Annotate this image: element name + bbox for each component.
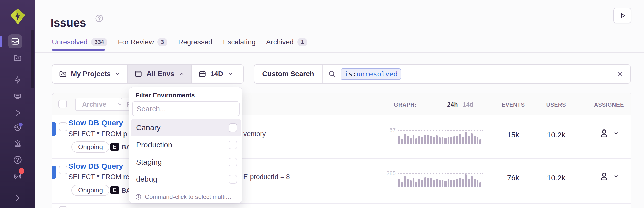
env-option-label: debug <box>136 175 157 184</box>
env-option-checkbox[interactable] <box>229 158 237 166</box>
issues-page: Issues Unresolved 334 For Review 3 Regre… <box>0 0 644 208</box>
env-option-label: Staging <box>136 158 162 166</box>
tab-label: Regressed <box>178 38 212 46</box>
env-option-label: Canary <box>136 123 161 132</box>
app-logo[interactable] <box>0 9 35 24</box>
sidebar-item-monitors[interactable] <box>0 92 35 101</box>
tab-escalating[interactable]: Escalating <box>223 38 256 46</box>
row-checkbox[interactable] <box>59 166 67 174</box>
sidebar-item-history[interactable] <box>0 123 35 132</box>
search-token-is-unresolved[interactable]: is: unresolved <box>341 68 401 80</box>
search-icon <box>328 70 336 78</box>
users-count: 10.2k <box>538 131 574 139</box>
row-checkbox[interactable] <box>59 206 67 208</box>
sidebar-expand-button[interactable] <box>0 194 35 202</box>
chevron-right-icon <box>13 194 22 202</box>
projects-filter-button[interactable]: My Projects <box>52 65 127 83</box>
sidebar-item-alerts[interactable] <box>0 76 35 84</box>
calendar-icon <box>198 70 206 78</box>
issue-search-bar: Custom Search is: unresolved <box>254 64 631 84</box>
token-value: unresolved <box>357 70 398 78</box>
chevron-down-icon <box>613 131 619 136</box>
archive-button-label: Archive <box>76 100 113 108</box>
info-icon <box>135 194 142 200</box>
tab-label: Archived <box>266 38 294 46</box>
dropdown-title: Filter Environments <box>136 92 195 99</box>
column-graph: GRAPH: <box>394 101 416 108</box>
events-sparkline <box>398 131 483 144</box>
history-notification-dot <box>19 123 23 127</box>
date-range-filter-button[interactable]: 14D <box>192 65 240 83</box>
environment-options: Canary Production Staging debug <box>131 119 241 188</box>
env-option-staging[interactable]: Staging <box>131 153 241 171</box>
tab-label: Escalating <box>223 38 256 46</box>
title-help-icon[interactable] <box>95 14 104 23</box>
graph-period-24h[interactable]: 24h <box>447 101 458 108</box>
column-events: EVENTS <box>493 101 533 108</box>
issue-title-link[interactable]: Slow DB Query <box>68 119 123 127</box>
env-option-checkbox[interactable] <box>229 141 237 149</box>
status-badge[interactable]: Ongoing <box>71 141 109 153</box>
tab-archived[interactable]: Archived 1 <box>266 38 307 46</box>
projects-folder-icon <box>13 54 22 62</box>
environments-filter-button[interactable]: All Envs <box>127 65 191 83</box>
sparkline-peak-label: 285 <box>377 170 396 177</box>
page-title: Issues <box>51 16 86 30</box>
assignee-dropdown[interactable] <box>599 128 619 139</box>
environment-search-input[interactable] <box>132 101 240 116</box>
lightning-icon <box>13 76 22 84</box>
sidebar-item-projects[interactable] <box>0 54 35 62</box>
broadcast-notification-dot <box>19 168 24 174</box>
sidebar-item-help[interactable] <box>0 155 35 165</box>
chevron-down-icon <box>613 174 619 179</box>
tab-regressed[interactable]: Regressed <box>178 38 212 46</box>
date-range-label: 14D <box>210 70 223 78</box>
select-all-checkbox[interactable] <box>58 100 67 108</box>
footer-hint-text: Command-click to select multi… <box>145 193 232 200</box>
dropdown-footer-hint: Command-click to select multi… <box>129 190 242 203</box>
project-platform-icon: E <box>110 186 119 194</box>
tab-for-review[interactable]: For Review 3 <box>118 38 167 46</box>
logo-icon <box>10 9 26 24</box>
env-option-checkbox[interactable] <box>229 123 237 132</box>
issue-culprit: SELECT * FROM p <box>68 130 130 138</box>
issue-culprit-continued: E productId = 8 <box>243 173 290 181</box>
clear-search-icon[interactable] <box>616 70 624 78</box>
replay-tour-button[interactable] <box>613 8 631 23</box>
events-count: 15k <box>493 131 533 139</box>
graph-period-14d[interactable]: 14d <box>463 101 473 108</box>
users-count: 10.2k <box>538 174 574 182</box>
env-option-label: Production <box>136 141 172 149</box>
env-option-production[interactable]: Production <box>131 136 241 153</box>
env-option-canary[interactable]: Canary <box>131 119 241 136</box>
assignee-person-icon <box>599 171 609 182</box>
issue-level-indicator <box>52 122 56 136</box>
search-input[interactable]: is: unresolved <box>323 65 630 83</box>
play-outline-icon <box>13 109 22 117</box>
tab-unresolved[interactable]: Unresolved 334 <box>52 38 107 46</box>
sidebar-item-replays[interactable] <box>0 109 35 117</box>
assignee-dropdown[interactable] <box>599 171 619 182</box>
env-option-debug[interactable]: debug <box>131 171 241 188</box>
archive-split-button[interactable]: Archive <box>75 98 128 111</box>
issue-title-link[interactable]: Slow DB Query <box>68 162 123 170</box>
row-checkbox[interactable] <box>59 122 67 131</box>
sidebar-item-broadcast[interactable] <box>0 171 35 181</box>
status-badge[interactable]: Ongoing <box>71 185 109 196</box>
sidebar-item-issues[interactable] <box>8 34 22 48</box>
tab-label: For Review <box>118 38 154 46</box>
environments-filter-label: All Envs <box>146 70 174 78</box>
assignee-person-icon <box>599 128 609 139</box>
issue-row-partial <box>52 204 631 208</box>
active-nav-indicator <box>0 36 2 47</box>
chevron-up-icon <box>179 71 185 77</box>
help-circle-icon <box>13 155 22 165</box>
issue-level-indicator <box>52 166 56 179</box>
sidebar-item-siren[interactable] <box>0 139 35 148</box>
project-platform-icon: E <box>110 143 119 151</box>
custom-search-label: Custom Search <box>262 70 314 78</box>
issues-inbox-icon <box>11 37 19 46</box>
play-icon <box>619 12 626 19</box>
env-option-checkbox[interactable] <box>229 175 237 184</box>
custom-search-button[interactable]: Custom Search <box>254 65 323 83</box>
